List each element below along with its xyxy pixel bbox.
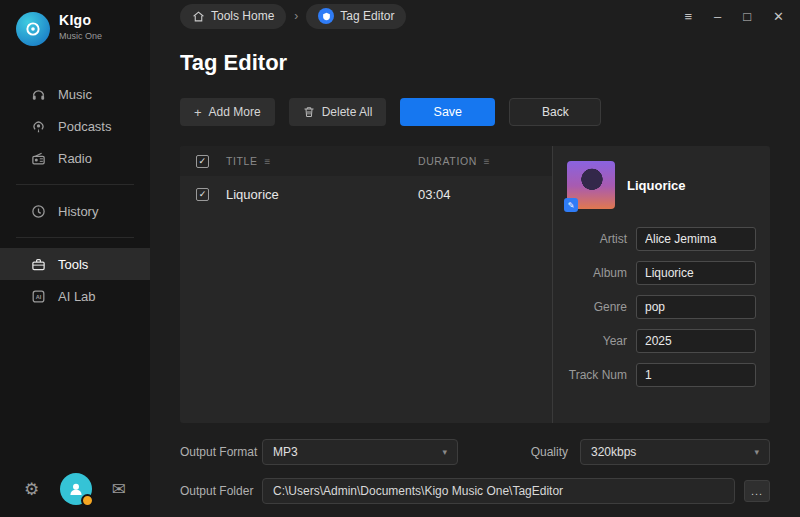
notification-badge xyxy=(81,494,94,507)
toolbar: + Add More Delete All Save Back xyxy=(180,98,770,126)
output-folder-input[interactable] xyxy=(262,478,735,504)
track-num-field[interactable] xyxy=(636,363,756,387)
tag-editor-icon xyxy=(318,8,334,24)
quality-label: Quality xyxy=(531,445,568,459)
chevron-down-icon: ▾ xyxy=(754,447,759,457)
metadata-fields: Artist Album Genre Year xyxy=(567,227,756,387)
sidebar-item-music[interactable]: Music xyxy=(0,78,150,110)
editor-panel: ✓ TITLE ≡ DURATION ≡ ✓ xyxy=(180,146,770,423)
sidebar-item-label: AI Lab xyxy=(58,289,96,304)
sidebar-item-label: Radio xyxy=(58,151,92,166)
sidebar-item-label: History xyxy=(58,204,98,219)
tools-icon xyxy=(30,256,46,272)
user-avatar[interactable] xyxy=(60,473,92,505)
album-art: ✎ xyxy=(567,161,615,209)
sidebar-item-podcasts[interactable]: Podcasts xyxy=(0,110,150,142)
breadcrumb-tools-home[interactable]: Tools Home xyxy=(180,4,286,29)
sidebar-item-ai-lab[interactable]: AI AI Lab xyxy=(0,280,150,312)
sidebar: KIgo Music One Music Podcasts xyxy=(0,0,150,517)
app-logo-icon xyxy=(16,12,50,46)
menu-icon[interactable]: ≡ xyxy=(684,9,692,24)
sidebar-divider xyxy=(16,237,134,238)
year-label: Year xyxy=(567,334,627,348)
year-field[interactable] xyxy=(636,329,756,353)
genre-label: Genre xyxy=(567,300,627,314)
metadata-panel: ✎ Liquorice Artist Album xyxy=(552,146,770,423)
sidebar-bottom-bar: ⚙ ✉ xyxy=(0,473,150,505)
table-row[interactable]: ✓ Liquorice 03:04 xyxy=(180,176,552,212)
back-button[interactable]: Back xyxy=(509,98,601,126)
sidebar-item-label: Tools xyxy=(58,257,88,272)
plus-icon: + xyxy=(194,105,202,120)
minimize-icon[interactable]: – xyxy=(714,9,721,24)
headphones-icon xyxy=(30,86,46,102)
track-duration: 03:04 xyxy=(418,187,451,202)
edit-art-icon[interactable]: ✎ xyxy=(564,198,578,212)
track-table: ✓ TITLE ≡ DURATION ≡ ✓ xyxy=(180,146,552,423)
sort-icon[interactable]: ≡ xyxy=(265,156,271,167)
app-tagline: Music One xyxy=(59,31,102,41)
page-title: Tag Editor xyxy=(180,50,770,76)
column-header-title: TITLE xyxy=(226,155,258,167)
sidebar-item-radio[interactable]: Radio xyxy=(0,142,150,174)
genre-field[interactable] xyxy=(636,295,756,319)
album-label: Album xyxy=(567,266,627,280)
output-format-label: Output Format xyxy=(180,445,262,459)
ai-lab-icon: AI xyxy=(30,288,46,304)
add-more-label: Add More xyxy=(209,105,261,119)
radio-icon xyxy=(30,150,46,166)
output-settings: Output Format MP3 ▾ Quality 320kbps ▾ Ou… xyxy=(180,439,770,517)
delete-all-label: Delete All xyxy=(322,105,373,119)
app-name: KIgo xyxy=(59,12,102,28)
browse-folder-button[interactable]: ... xyxy=(744,480,770,502)
content: Tag Editor + Add More Delete All Save Ba… xyxy=(150,32,800,517)
main-area: Tools Home › Tag Editor ≡ – □ ✕ Tag Edit… xyxy=(150,0,800,517)
delete-all-button[interactable]: Delete All xyxy=(289,98,387,126)
chevron-down-icon: ▾ xyxy=(442,447,447,457)
sort-icon[interactable]: ≡ xyxy=(484,156,490,167)
breadcrumb-separator: › xyxy=(294,9,298,23)
breadcrumb-bar: Tools Home › Tag Editor ≡ – □ ✕ xyxy=(150,0,800,32)
trash-icon xyxy=(303,106,315,118)
output-folder-label: Output Folder xyxy=(180,484,262,498)
track-num-label: Track Num xyxy=(567,368,627,382)
sidebar-item-history[interactable]: History xyxy=(0,195,150,227)
column-header-duration: DURATION xyxy=(418,155,477,167)
album-field[interactable] xyxy=(636,261,756,285)
output-format-select[interactable]: MP3 ▾ xyxy=(262,439,458,465)
artist-label: Artist xyxy=(567,232,627,246)
app-window: KIgo Music One Music Podcasts xyxy=(0,0,800,517)
save-button[interactable]: Save xyxy=(400,98,495,126)
sidebar-divider xyxy=(16,184,134,185)
sidebar-item-label: Podcasts xyxy=(58,119,111,134)
mail-icon[interactable]: ✉ xyxy=(112,479,126,500)
home-icon xyxy=(192,10,205,23)
detail-track-title: Liquorice xyxy=(627,178,686,193)
row-checkbox[interactable]: ✓ xyxy=(196,188,209,201)
artist-field[interactable] xyxy=(636,227,756,251)
breadcrumb-tag-editor[interactable]: Tag Editor xyxy=(306,4,406,29)
track-title: Liquorice xyxy=(226,187,279,202)
svg-text:AI: AI xyxy=(35,293,41,299)
podcast-icon xyxy=(30,118,46,134)
close-icon[interactable]: ✕ xyxy=(773,9,784,24)
window-controls: ≡ – □ ✕ xyxy=(684,9,784,24)
maximize-icon[interactable]: □ xyxy=(743,9,751,24)
history-icon xyxy=(30,203,46,219)
output-format-value: MP3 xyxy=(273,445,298,459)
sidebar-item-tools[interactable]: Tools xyxy=(0,248,150,280)
quality-select[interactable]: 320kbps ▾ xyxy=(580,439,770,465)
select-all-checkbox[interactable]: ✓ xyxy=(196,155,209,168)
sidebar-nav: Music Podcasts Radio History xyxy=(0,78,150,312)
add-more-button[interactable]: + Add More xyxy=(180,98,275,126)
app-logo: KIgo Music One xyxy=(0,0,150,60)
settings-gear-icon[interactable]: ⚙ xyxy=(24,479,39,500)
sidebar-item-label: Music xyxy=(58,87,92,102)
quality-value: 320kbps xyxy=(591,445,636,459)
breadcrumb-label: Tools Home xyxy=(211,9,274,23)
breadcrumb-label: Tag Editor xyxy=(340,9,394,23)
table-header: ✓ TITLE ≡ DURATION ≡ xyxy=(180,146,552,176)
